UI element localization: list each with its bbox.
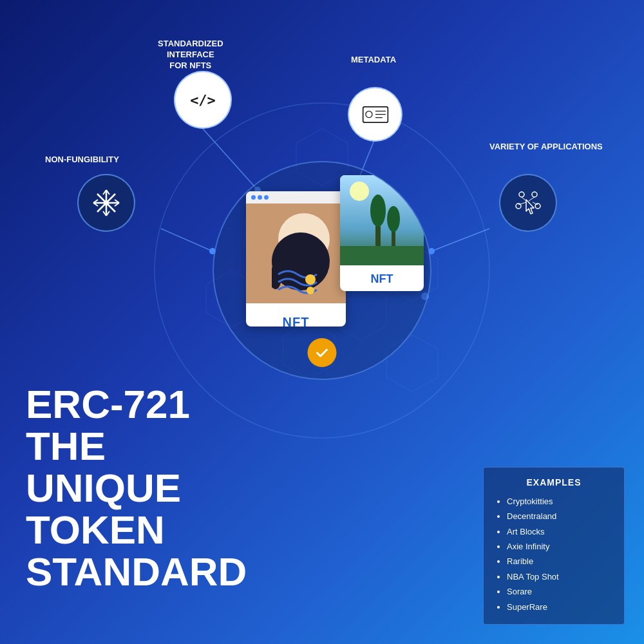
- main-circle: NFT: [213, 161, 431, 380]
- svg-point-50: [532, 192, 537, 197]
- nft-card-2: NFT: [340, 175, 424, 291]
- svg-point-22: [307, 287, 314, 294]
- examples-list: Cryptokitties Decentraland Art Blocks Ax…: [495, 494, 612, 614]
- svg-line-54: [529, 197, 535, 201]
- list-item: Decentraland: [507, 509, 612, 524]
- nft-label-1: NFT: [283, 315, 310, 327]
- svg-point-49: [519, 192, 524, 197]
- svg-point-29: [350, 182, 369, 201]
- list-item: NBA Top Shot: [507, 569, 612, 584]
- page-title: ERC-721: [26, 383, 247, 425]
- label-metadata: METADATA: [351, 55, 396, 65]
- page-title-2: THE: [26, 425, 247, 467]
- svg-line-53: [522, 197, 526, 201]
- svg-line-12: [431, 229, 489, 251]
- list-item: Rarible: [507, 554, 612, 569]
- page-title-5: STANDARD: [26, 551, 247, 592]
- svg-text:</>: </>: [190, 92, 216, 108]
- label-nonfungibility: NON-FUNGIBILITY: [45, 155, 119, 165]
- svg-rect-28: [340, 246, 424, 265]
- svg-point-26: [370, 194, 386, 227]
- list-item: Sorare: [507, 584, 612, 599]
- satellite-code: </>: [174, 71, 232, 129]
- svg-point-48: [104, 200, 109, 205]
- list-item: Art Blocks: [507, 524, 612, 539]
- page-title-3: UNIQUE: [26, 467, 247, 509]
- examples-title: EXAMPLES: [495, 477, 612, 488]
- nft-card-1: NFT: [246, 191, 346, 327]
- svg-point-32: [365, 111, 372, 117]
- snowflake-icon: [90, 187, 122, 219]
- satellite-nonfungibility: [77, 174, 135, 232]
- svg-point-27: [387, 206, 400, 232]
- examples-box: EXAMPLES Cryptokitties Decentraland Art …: [483, 467, 625, 625]
- satellite-variety: [499, 174, 557, 232]
- apps-icon: [512, 187, 544, 219]
- label-code: STANDARDIZED INTERFACE FOR NFTS: [158, 39, 223, 71]
- metadata-icon: [362, 101, 389, 128]
- svg-point-21: [305, 274, 316, 285]
- list-item: Axie Infinity: [507, 539, 612, 554]
- satellite-metadata: [348, 87, 402, 142]
- label-variety: VARIETY OF APPLICATIONS: [489, 142, 603, 152]
- svg-line-9: [203, 129, 258, 190]
- page-title-4: TOKEN: [26, 509, 247, 551]
- check-circle: [308, 338, 337, 367]
- list-item: Cryptokitties: [507, 494, 612, 509]
- code-icon: </>: [187, 84, 219, 116]
- svg-point-52: [535, 204, 540, 209]
- title-block: ERC-721 THE UNIQUE TOKEN STANDARD: [26, 383, 247, 592]
- nft-label-2: NFT: [371, 272, 393, 286]
- list-item: SuperRare: [507, 600, 612, 614]
- svg-line-11: [161, 229, 213, 251]
